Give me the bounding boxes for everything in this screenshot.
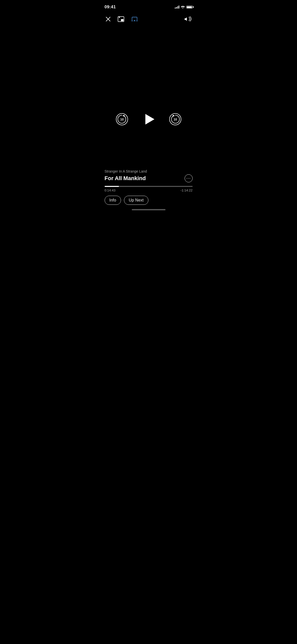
battery-icon xyxy=(186,6,193,9)
episode-subtitle: Stranger In A Strange Land xyxy=(105,169,193,173)
screen: 09:41 xyxy=(100,0,198,212)
top-left-controls xyxy=(105,15,139,23)
close-icon xyxy=(106,17,111,22)
playback-controls: 10 10 xyxy=(115,112,182,127)
status-bar: 09:41 xyxy=(100,0,198,12)
volume-button[interactable] xyxy=(184,15,193,23)
skip-forward-icon: 10 xyxy=(169,113,182,126)
play-icon xyxy=(141,112,156,127)
progress-bar[interactable] xyxy=(105,186,193,187)
progress-times: 0:14:43 -1:14:22 xyxy=(105,188,193,192)
play-button[interactable] xyxy=(141,112,156,127)
remaining-time: -1:14:22 xyxy=(181,188,193,192)
svg-rect-3 xyxy=(121,19,123,21)
skip-back-icon: 10 xyxy=(115,113,129,126)
status-time: 09:41 xyxy=(105,5,116,10)
more-options-button[interactable]: ··· xyxy=(185,174,193,182)
up-next-button[interactable]: Up Next xyxy=(124,196,148,205)
top-controls xyxy=(100,12,198,26)
progress-container[interactable]: 0:14:43 -1:14:22 xyxy=(105,186,193,192)
status-icons xyxy=(175,6,193,9)
svg-text:10: 10 xyxy=(174,118,177,121)
current-time: 0:14:43 xyxy=(105,188,115,192)
close-button[interactable] xyxy=(105,16,112,23)
bottom-section: Stranger In A Strange Land For All Manki… xyxy=(100,169,198,212)
svg-marker-6 xyxy=(145,114,154,125)
svg-text:10: 10 xyxy=(120,118,124,121)
volume-icon xyxy=(185,16,192,22)
skip-back-button[interactable]: 10 xyxy=(115,113,129,126)
home-indicator xyxy=(132,209,165,210)
wifi-icon xyxy=(181,6,185,9)
airplay-button[interactable] xyxy=(130,15,139,23)
pip-button[interactable] xyxy=(117,15,125,23)
skip-forward-button[interactable]: 10 xyxy=(169,113,182,126)
progress-fill xyxy=(105,186,119,187)
episode-title-row: For All Mankind ··· xyxy=(105,174,193,182)
action-buttons: Info Up Next xyxy=(105,196,193,205)
episode-title: For All Mankind xyxy=(105,175,146,182)
pip-icon xyxy=(118,16,124,22)
signal-bars-icon xyxy=(175,6,179,9)
airplay-icon xyxy=(131,16,138,22)
info-button[interactable]: Info xyxy=(105,196,121,205)
